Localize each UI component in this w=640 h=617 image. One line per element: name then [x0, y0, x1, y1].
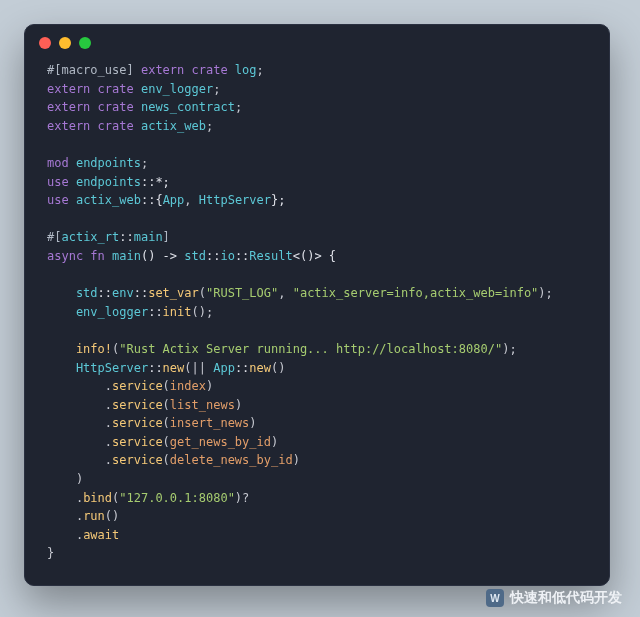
code-token: extern	[47, 100, 90, 114]
code-token: std	[184, 249, 206, 263]
code-token: actix_web	[69, 193, 141, 207]
code-token: (	[163, 416, 170, 430]
code-token: HttpServer	[47, 361, 148, 375]
code-token: ::	[134, 286, 148, 300]
code-token: service	[112, 435, 163, 449]
code-token: news_contract	[134, 100, 235, 114]
code-token: service	[112, 398, 163, 412]
code-token: actix_web	[134, 119, 206, 133]
code-token: ::	[119, 230, 133, 244]
code-token: ;	[235, 100, 242, 114]
close-icon[interactable]	[39, 37, 51, 49]
code-token: bind	[83, 491, 112, 505]
code-token: init	[163, 305, 192, 319]
code-token: std	[47, 286, 98, 300]
code-token: mod	[47, 156, 69, 170]
code-token: info!	[47, 342, 112, 356]
code-token: )	[47, 472, 83, 486]
code-token: crate	[90, 82, 133, 96]
minimize-icon[interactable]	[59, 37, 71, 49]
code-token: ::	[98, 286, 112, 300]
code-token: (	[163, 453, 170, 467]
code-token: ;	[141, 156, 148, 170]
code-token: endpoints	[69, 175, 141, 189]
code-token: list_news	[170, 398, 235, 412]
code-token: service	[112, 379, 163, 393]
code-token: env_logger	[134, 82, 213, 96]
wechat-icon: W	[486, 589, 504, 607]
code-token: (||	[184, 361, 213, 375]
code-token: "Rust Actix Server running... http://loc…	[119, 342, 502, 356]
code-token: ;	[257, 63, 264, 77]
code-token: .	[47, 435, 112, 449]
code-token: await	[83, 528, 119, 542]
code-token: Result	[249, 249, 292, 263]
code-token: env_logger	[47, 305, 148, 319]
code-token: ::{	[141, 193, 163, 207]
code-token: .	[47, 416, 112, 430]
code-token: ;	[213, 82, 220, 96]
code-token: .	[47, 453, 112, 467]
code-token: "127.0.0.1:8080"	[119, 491, 235, 505]
code-token: ,	[184, 193, 198, 207]
zoom-icon[interactable]	[79, 37, 91, 49]
code-token: App	[163, 193, 185, 207]
code-token: HttpServer	[199, 193, 271, 207]
code-token: )	[206, 379, 213, 393]
code-token: ::*;	[141, 175, 170, 189]
code-token: .	[47, 491, 83, 505]
code-token: .	[47, 528, 83, 542]
code-token: use	[47, 193, 69, 207]
code-token: fn	[83, 249, 105, 263]
code-token: ::	[148, 305, 162, 319]
code-token: new	[249, 361, 271, 375]
watermark: W 快速和低代码开发	[486, 589, 622, 607]
code-token: use	[47, 175, 69, 189]
code-token: log	[228, 63, 257, 77]
code-token: delete_news_by_id	[170, 453, 293, 467]
code-token: main	[105, 249, 141, 263]
code-token: }	[47, 546, 54, 560]
code-token: index	[170, 379, 206, 393]
code-token: ]	[163, 230, 170, 244]
code-token: extern	[47, 119, 90, 133]
code-token: )?	[235, 491, 249, 505]
code-token: set_var	[148, 286, 199, 300]
watermark-text: 快速和低代码开发	[510, 589, 622, 607]
code-token: crate	[184, 63, 227, 77]
code-token: )	[271, 435, 278, 449]
code-window: #[macro_use] extern crate log; extern cr…	[24, 24, 610, 586]
code-token: actix_rt	[61, 230, 119, 244]
code-token: App	[213, 361, 235, 375]
code-token: crate	[90, 100, 133, 114]
code-token: <()> {	[293, 249, 336, 263]
code-token: ()	[105, 509, 119, 523]
code-token: extern	[47, 82, 90, 96]
code-token: crate	[90, 119, 133, 133]
code-token: .	[47, 398, 112, 412]
code-token: (	[163, 435, 170, 449]
code-token: "RUST_LOG"	[206, 286, 278, 300]
code-token: )	[249, 416, 256, 430]
code-token: env	[112, 286, 134, 300]
code-token: ::	[206, 249, 220, 263]
code-token: ::	[235, 361, 249, 375]
code-token: service	[112, 453, 163, 467]
code-token: (	[163, 379, 170, 393]
code-token: service	[112, 416, 163, 430]
code-token: ,	[278, 286, 292, 300]
code-token: #[	[47, 230, 61, 244]
code-token: () ->	[141, 249, 184, 263]
code-token: io	[220, 249, 234, 263]
code-token: )	[293, 453, 300, 467]
code-token: endpoints	[69, 156, 141, 170]
code-token: };	[271, 193, 285, 207]
code-token: ::	[235, 249, 249, 263]
window-titlebar	[25, 25, 609, 61]
code-token: (	[163, 398, 170, 412]
code-token: ::	[148, 361, 162, 375]
code-block: #[macro_use] extern crate log; extern cr…	[25, 61, 609, 581]
code-token: run	[83, 509, 105, 523]
code-token: #[macro_use]	[47, 63, 134, 77]
code-token: ();	[192, 305, 214, 319]
